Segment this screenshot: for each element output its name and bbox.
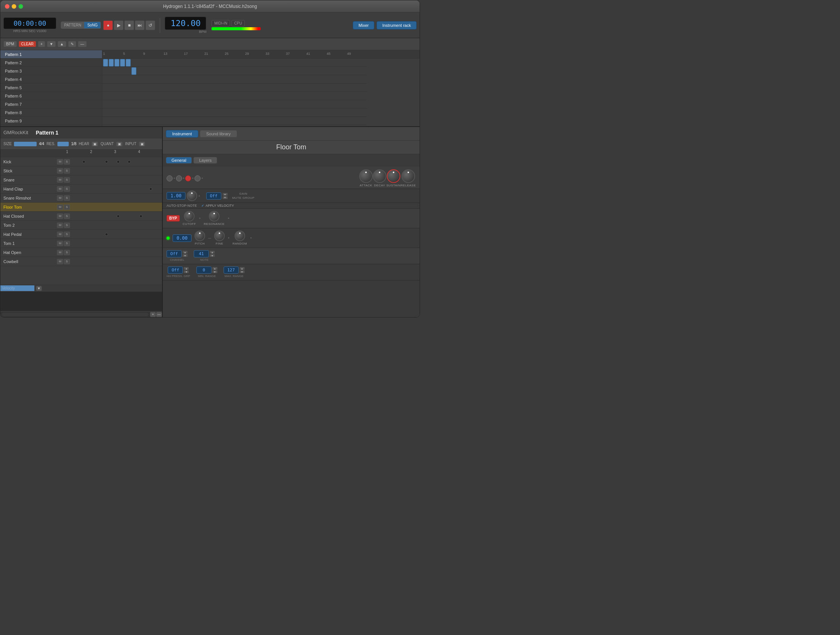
- general-tab[interactable]: General: [166, 157, 192, 164]
- mute-group-display[interactable]: Off: [206, 192, 221, 200]
- cutoff-knob[interactable]: [184, 211, 194, 222]
- song-row-3[interactable]: [103, 75, 367, 84]
- stop-btn[interactable]: ■: [124, 21, 134, 30]
- erase-btn[interactable]: —: [78, 41, 87, 47]
- loop-btn[interactable]: ↺: [145, 21, 155, 30]
- add-inst-btn[interactable]: +: [150, 312, 156, 317]
- pattern-item-7[interactable]: Pattern 7: [0, 100, 102, 108]
- song-block[interactable]: [109, 59, 114, 67]
- byp-btn[interactable]: BYP: [167, 215, 180, 222]
- gain-knob[interactable]: [186, 190, 197, 201]
- hh-press-up[interactable]: ▲: [183, 267, 189, 270]
- move-down-btn[interactable]: ▼: [47, 41, 56, 47]
- note-handclap-1[interactable]: [149, 187, 152, 190]
- solo-snarerimshot[interactable]: S: [64, 195, 70, 201]
- solo-handclap[interactable]: S: [64, 186, 70, 192]
- solo-stick[interactable]: S: [64, 168, 70, 174]
- max-range-display[interactable]: 127: [224, 266, 239, 274]
- note-up[interactable]: ▲: [210, 250, 215, 253]
- mute-floortom[interactable]: M: [57, 204, 63, 210]
- hear-toggle[interactable]: ▣: [92, 141, 98, 147]
- close-button[interactable]: [5, 4, 9, 9]
- min-range-down[interactable]: ▼: [212, 270, 218, 273]
- song-block[interactable]: [103, 59, 108, 67]
- mute-snarerimshot[interactable]: M: [57, 195, 63, 201]
- channel-display[interactable]: Off: [167, 250, 182, 257]
- song-block[interactable]: [120, 59, 125, 67]
- mute-cowbell[interactable]: M: [57, 259, 63, 264]
- min-range-display[interactable]: 0: [196, 266, 212, 274]
- quant-toggle[interactable]: ▣: [116, 141, 123, 147]
- mixer-btn[interactable]: Mixer: [353, 21, 374, 30]
- note-kick-4[interactable]: [128, 160, 131, 163]
- play-btn[interactable]: ▶: [114, 21, 123, 30]
- draw-btn[interactable]: ✎: [68, 41, 76, 47]
- solo-hatclosed[interactable]: S: [64, 214, 70, 219]
- mute-kick[interactable]: M: [57, 159, 63, 165]
- hh-press-down[interactable]: ▼: [183, 270, 189, 273]
- pitch-knob[interactable]: [194, 231, 205, 241]
- skip-fwd-btn[interactable]: ⏭: [135, 21, 145, 30]
- decay-knob[interactable]: [373, 169, 386, 183]
- mute-group-down[interactable]: ▼: [223, 196, 228, 199]
- solo-floortom[interactable]: S: [64, 204, 70, 210]
- max-range-down[interactable]: ▼: [240, 270, 245, 273]
- note-hatclosed-2[interactable]: [139, 215, 142, 218]
- channel-down[interactable]: ▼: [182, 254, 188, 257]
- layers-tab[interactable]: Layers: [193, 157, 217, 164]
- pattern-item-2[interactable]: Pattern 2: [0, 59, 102, 67]
- note-kick-2[interactable]: [105, 160, 108, 163]
- song-row-1[interactable]: [103, 59, 367, 67]
- song-block[interactable]: [114, 59, 119, 67]
- solo-hatopen[interactable]: S: [64, 250, 70, 255]
- velocity-dropdown[interactable]: ▼: [36, 286, 42, 291]
- step-grid-hatpedal[interactable]: [71, 230, 162, 239]
- step-grid-hatclosed[interactable]: [71, 212, 162, 220]
- hh-press-display[interactable]: Off: [168, 266, 183, 274]
- channel-up[interactable]: ▲: [182, 250, 188, 253]
- minimize-button[interactable]: [12, 4, 16, 9]
- song-timeline[interactable]: 1 5 9 13 17 21 25 29 33 37 41 45 49: [103, 50, 420, 126]
- mute-hatpedal[interactable]: M: [57, 232, 63, 237]
- pattern-item-9[interactable]: Pattern 9: [0, 117, 102, 125]
- pitch-display[interactable]: 0.00: [173, 234, 191, 242]
- song-block[interactable]: [131, 67, 136, 75]
- step-grid-kick[interactable]: [71, 157, 162, 166]
- resonance-knob[interactable]: [209, 211, 219, 222]
- mute-group-up[interactable]: ▲: [223, 193, 228, 196]
- pattern-item-4[interactable]: Pattern 4: [0, 75, 102, 84]
- max-range-up[interactable]: ▲: [240, 267, 245, 270]
- remove-inst-btn[interactable]: —: [156, 312, 162, 317]
- random-knob[interactable]: [235, 231, 245, 241]
- song-block[interactable]: [126, 59, 131, 67]
- solo-snare[interactable]: S: [64, 177, 70, 182]
- sustain-knob[interactable]: [387, 169, 400, 183]
- pattern-item-8[interactable]: Pattern 8: [0, 108, 102, 117]
- maximize-button[interactable]: [19, 4, 23, 9]
- mute-stick[interactable]: M: [57, 168, 63, 174]
- clear-btn[interactable]: CLEAR: [19, 41, 36, 47]
- mute-handclap[interactable]: M: [57, 186, 63, 192]
- note-kick-1[interactable]: [82, 160, 85, 163]
- song-row-5[interactable]: [103, 92, 367, 100]
- add-pattern-btn[interactable]: +: [38, 41, 45, 47]
- song-mode-btn[interactable]: SoNG: [84, 22, 101, 29]
- song-row-7[interactable]: [103, 108, 367, 117]
- note-hatpedal-1[interactable]: [105, 233, 108, 236]
- mute-hatopen[interactable]: M: [57, 250, 63, 255]
- sound-library-tab[interactable]: Sound library: [200, 130, 237, 138]
- pattern-item-6[interactable]: Pattern 6: [0, 92, 102, 100]
- song-row-8[interactable]: [103, 117, 367, 125]
- pattern-item-10[interactable]: Pattern 10: [0, 125, 102, 126]
- mute-tom2[interactable]: M: [57, 223, 63, 228]
- solo-hatpedal[interactable]: S: [64, 232, 70, 237]
- apply-velocity-label[interactable]: ✓ APPLY VELOCITY: [201, 204, 234, 207]
- song-row-6[interactable]: [103, 100, 367, 108]
- attack-knob[interactable]: [359, 169, 373, 183]
- solo-kick[interactable]: S: [64, 159, 70, 165]
- bpm-song-btn[interactable]: BPM: [3, 41, 17, 47]
- solo-cowbell[interactable]: S: [64, 259, 70, 264]
- solo-tom2[interactable]: S: [64, 223, 70, 228]
- bpm-display[interactable]: 120.00: [165, 17, 206, 30]
- mute-snare[interactable]: M: [57, 177, 63, 182]
